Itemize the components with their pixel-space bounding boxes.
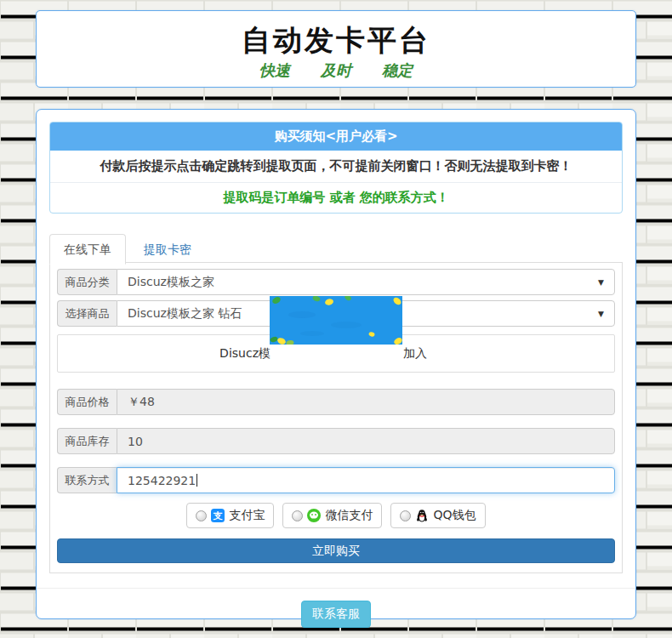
description-left-fragment: Disucz模 xyxy=(58,346,271,362)
contact-support-button[interactable]: 联系客服 xyxy=(301,601,371,628)
tab-extract-card[interactable]: 提取卡密 xyxy=(130,235,205,264)
wechat-label: 微信支付 xyxy=(325,508,373,523)
text-cursor xyxy=(196,474,197,487)
wechat-radio[interactable] xyxy=(292,510,303,521)
product-label: 选择商品 xyxy=(57,300,117,327)
subtitle-word: 稳定 xyxy=(382,61,413,79)
buy-now-button[interactable]: 立即购买 xyxy=(57,538,615,563)
subtitle-word: 快速 xyxy=(259,61,290,79)
contact-input[interactable]: 125422921 xyxy=(117,467,615,493)
payment-option-wechat[interactable]: 微信支付 xyxy=(282,503,382,528)
contact-value: 125422921 xyxy=(128,474,196,487)
qq-label: QQ钱包 xyxy=(433,508,476,523)
price-value: ￥48 xyxy=(128,395,155,410)
payment-option-alipay[interactable]: 支 支付宝 xyxy=(186,503,274,528)
alipay-label: 支付宝 xyxy=(229,508,265,523)
svg-text:支: 支 xyxy=(213,510,224,521)
wechat-pay-icon xyxy=(307,509,321,522)
alipay-radio[interactable] xyxy=(196,510,207,521)
stock-field: 10 xyxy=(117,428,615,454)
notice-line-2: 提取码是订单编号 或者 您的联系方式！ xyxy=(50,183,622,213)
purchase-notice: 购买须知<用户必看> 付款后按提示点击确定跳转到提取页面，不可提前关闭窗口！否则… xyxy=(49,122,623,214)
stock-value: 10 xyxy=(128,435,143,448)
alipay-icon: 支 xyxy=(211,509,225,522)
contact-label: 联系方式 xyxy=(57,467,117,493)
footer-divider xyxy=(37,588,635,589)
page-subtitle: 快速及时稳定 xyxy=(37,60,635,81)
description-right-fragment: 加入 xyxy=(403,346,427,362)
stock-label: 商品库存 xyxy=(57,428,117,454)
price-row: 商品价格 ￥48 xyxy=(57,389,615,415)
subtitle-word: 及时 xyxy=(321,61,351,79)
product-banner-image xyxy=(270,296,402,345)
qq-radio[interactable] xyxy=(400,510,411,521)
product-selected-value: Discuz模板之家 钻石 xyxy=(128,306,242,322)
page-title: 自动发卡平台 xyxy=(37,23,635,57)
notice-header: 购买须知<用户必看> xyxy=(50,122,622,151)
site-header: 自动发卡平台 快速及时稳定 xyxy=(36,10,636,88)
category-label: 商品分类 xyxy=(57,269,117,295)
payment-option-qq[interactable]: QQ钱包 xyxy=(390,503,485,528)
category-select[interactable]: Discuz模板之家 ▼ xyxy=(117,269,615,295)
tab-bar: 在线下单 提取卡密 xyxy=(49,233,623,263)
payment-options: 支 支付宝 微信支付 xyxy=(57,503,615,528)
tab-online-order[interactable]: 在线下单 xyxy=(49,234,126,265)
category-selected-value: Discuz模板之家 xyxy=(128,275,214,290)
stock-row: 商品库存 10 xyxy=(57,428,615,454)
price-label: 商品价格 xyxy=(57,389,117,415)
contact-row: 联系方式 125422921 xyxy=(57,467,615,493)
qq-wallet-icon xyxy=(415,509,429,522)
notice-line-1: 付款后按提示点击确定跳转到提取页面，不可提前关闭窗口！否则无法提取到卡密！ xyxy=(50,151,622,183)
chevron-down-icon: ▼ xyxy=(598,278,604,287)
chevron-down-icon: ▼ xyxy=(598,310,604,318)
main-panel: 购买须知<用户必看> 付款后按提示点击确定跳转到提取页面，不可提前关闭窗口！否则… xyxy=(36,109,636,619)
price-field: ￥48 xyxy=(117,389,615,415)
category-row: 商品分类 Discuz模板之家 ▼ xyxy=(57,269,615,295)
